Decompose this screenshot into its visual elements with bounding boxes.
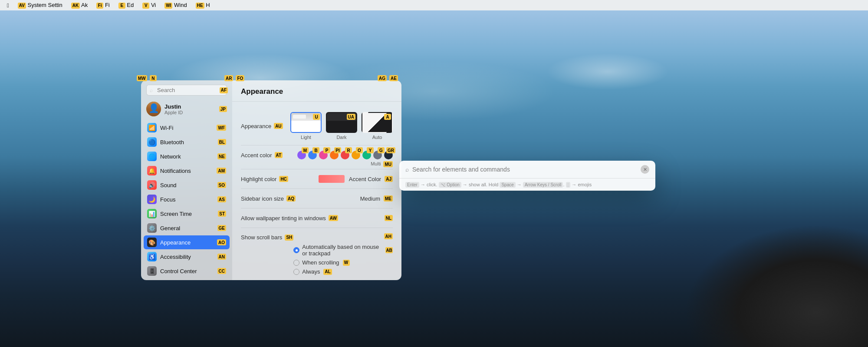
- appearance-auto[interactable]: A Auto: [362, 112, 393, 140]
- badge-w: W: [343, 260, 350, 266]
- sidebar-item-network[interactable]: 🌐 Network NE: [144, 149, 230, 163]
- sidebar-item-sound[interactable]: 🔊 Sound SO: [144, 178, 230, 192]
- menubar-window[interactable]: WI Wind: [160, 1, 190, 10]
- sidebar-list: 📶 Wi-Fi WF 🔵 Bluetooth BL 🌐 Network NE 🔔…: [141, 121, 232, 280]
- command-hint: Enter → click. ⌥ Option → show all. Hold…: [399, 178, 655, 191]
- highlight-swatch: [319, 175, 345, 183]
- highlight-color-row: Highlight color HC Accent Color AJ: [241, 171, 393, 187]
- sidebar-item-accessibility[interactable]: ♿ Accessibility AN: [144, 250, 230, 264]
- accent-pink[interactable]: P: [319, 151, 328, 159]
- dark-thumb: UA: [326, 112, 357, 133]
- scroll-bars-row: Show scroll bars SH AH Automatically bas…: [241, 230, 393, 275]
- sidebar-item-bluetooth[interactable]: 🔵 Bluetooth BL: [144, 135, 230, 149]
- badge-ao: AO: [217, 239, 226, 245]
- appearance-light[interactable]: U Light: [290, 112, 322, 140]
- divider-4: [241, 208, 393, 208]
- sidebar-label-appearance: Appearance: [160, 239, 191, 246]
- appearance-icon: 🎨: [147, 238, 157, 247]
- main-window: MW N AR FO AG AE ⌕ AF Justin Apple ID: [141, 80, 397, 280]
- highlight-label: Highlight color: [241, 176, 276, 182]
- scroll-when-option[interactable]: When scrolling W: [293, 259, 393, 266]
- sidebar-item-general[interactable]: ⚙️ General GE: [144, 221, 230, 235]
- multi-label: Multi: [371, 161, 381, 167]
- scroll-auto-option[interactable]: Automatically based on mouse or trackpad…: [293, 244, 393, 257]
- badge-ah: AH: [384, 233, 393, 239]
- sidebar-item-notifications[interactable]: 🔔 Notifications AM: [144, 164, 230, 178]
- menubar-edit[interactable]: Fi Fi: [92, 1, 113, 10]
- sidebar-item-appearance[interactable]: 🎨 Appearance AO: [144, 235, 230, 249]
- menubar-file[interactable]: AK Ak: [67, 1, 92, 10]
- light-label: Light: [301, 135, 311, 140]
- menubar-app-name[interactable]: : [3, 1, 13, 10]
- badge-as: AS: [217, 196, 226, 202]
- badge-me: ME: [384, 195, 393, 202]
- sidebar-label-network: Network: [160, 153, 181, 160]
- network-icon: 🌐: [147, 152, 157, 161]
- accent-red[interactable]: R: [341, 151, 349, 159]
- divider-2: [241, 169, 393, 169]
- badge-aw: AW: [329, 215, 338, 221]
- accent-orange[interactable]: PI: [330, 151, 339, 159]
- badge-b: B: [312, 147, 319, 153]
- badge-jp: JP: [219, 106, 227, 112]
- badge-am: AM: [217, 168, 226, 174]
- badge-ab: AB: [385, 247, 393, 253]
- scroll-always-label: Always: [302, 268, 320, 275]
- accent-blue[interactable]: B: [308, 151, 317, 159]
- sidebar-label-control-center: Control Center: [160, 268, 197, 274]
- menubar-help[interactable]: HE H: [191, 1, 214, 10]
- scroll-always-option[interactable]: Always AL: [293, 268, 393, 275]
- menubar-system-settings[interactable]: AV System Settin: [13, 1, 66, 10]
- sidebar: ⌕ AF Justin Apple ID JP 📶 Wi-Fi WF: [141, 80, 232, 280]
- badge-bl: BL: [218, 139, 226, 145]
- badge-y: Y: [367, 147, 374, 153]
- panel-content: Appearance AU U Light: [232, 102, 401, 275]
- badge-wf: WF: [217, 125, 226, 131]
- badge-hc: HC: [279, 176, 288, 182]
- badge-so: SO: [217, 182, 226, 188]
- divider-3: [241, 188, 393, 189]
- search-input[interactable]: [146, 85, 227, 96]
- command-search-icon: ⌕: [405, 166, 409, 173]
- sidebar-icon-size-label: Sidebar icon size: [241, 195, 284, 202]
- scroll-when-label: When scrolling: [302, 259, 339, 266]
- sidebar-item-control-center[interactable]: 🎛 Control Center CC: [144, 264, 230, 278]
- badge-ag: AG: [378, 75, 387, 81]
- sidebar-item-wifi[interactable]: 📶 Wi-Fi WF: [144, 121, 230, 135]
- panel-title: Appearance: [241, 87, 393, 96]
- sidebar-search-container: ⌕ AF: [141, 80, 232, 99]
- badge-m: M: [302, 147, 309, 153]
- badge-g: G: [378, 147, 385, 153]
- badge-ge: GE: [217, 225, 226, 231]
- command-search-input[interactable]: [412, 166, 637, 173]
- sidebar-size-value: Medium: [360, 195, 380, 202]
- menubar-view[interactable]: E Ed: [114, 1, 138, 10]
- sidebar-item-screentime[interactable]: 📊 Screen Time ST: [144, 207, 230, 221]
- sidebar-item-focus[interactable]: 🌙 Focus AS: [144, 192, 230, 206]
- accent-yellow[interactable]: O: [352, 151, 360, 159]
- command-clear-button[interactable]: ✕: [641, 165, 649, 174]
- accent-graphite[interactable]: GR: [384, 151, 393, 159]
- wifi-icon: 📶: [147, 123, 157, 132]
- badge-aq: AQ: [286, 195, 296, 202]
- sidebar-user[interactable]: Justin Apple ID JP: [141, 99, 232, 119]
- control-center-icon: 🎛: [147, 266, 157, 276]
- accessibility-icon: ♿: [147, 252, 157, 261]
- sidebar-item-siri[interactable]: 🎤 Siri & Spotlight SI: [144, 278, 230, 280]
- accent-color-row: Accent color AT M B P PI R O Y G GR: [241, 147, 393, 163]
- accent-gray[interactable]: G: [373, 151, 382, 159]
- badge-aj: AJ: [385, 176, 393, 182]
- badge-a: A: [384, 114, 391, 120]
- badge-av: AV: [18, 3, 26, 9]
- menubar-view2[interactable]: V Vi: [138, 1, 159, 10]
- scroll-auto-label: Automatically based on mouse or trackpad: [302, 244, 382, 257]
- scroll-bars-label: Show scroll bars: [241, 234, 282, 241]
- badge-ar: AR: [224, 75, 233, 81]
- accent-green[interactable]: Y: [362, 151, 371, 159]
- wallpaper-label: Allow wallpaper tinting in windows: [241, 215, 326, 221]
- badge-al: AL: [323, 269, 332, 275]
- accent-purple[interactable]: M: [297, 151, 306, 159]
- focus-icon: 🌙: [147, 195, 157, 204]
- appearance-dark[interactable]: UA Dark: [326, 112, 357, 140]
- badge-gr: GR: [386, 147, 395, 153]
